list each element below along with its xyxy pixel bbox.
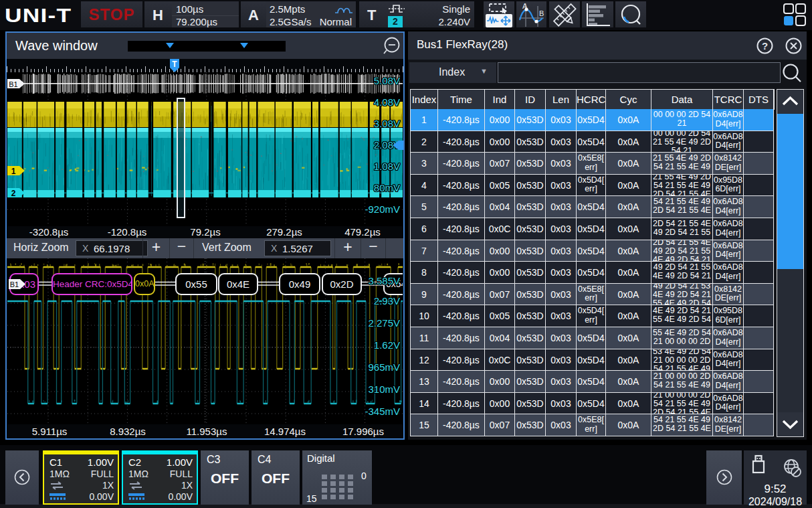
svg-text:B1: B1 bbox=[9, 80, 17, 88]
svg-text:A: A bbox=[522, 2, 528, 10]
svg-text:?: ? bbox=[762, 40, 768, 52]
svg-text:B: B bbox=[539, 9, 544, 17]
svg-text:1: 1 bbox=[11, 167, 16, 176]
svg-text:T: T bbox=[172, 60, 177, 69]
svg-text:2: 2 bbox=[11, 189, 16, 198]
svg-text:B1: B1 bbox=[10, 280, 19, 288]
